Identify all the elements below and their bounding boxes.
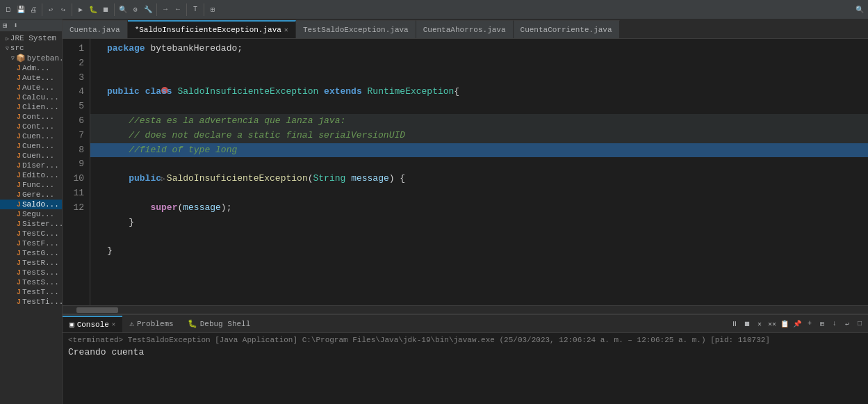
toolbar-icon-save[interactable]: 💾 (15, 4, 26, 15)
sidebar-item-func[interactable]: J Func... (0, 180, 62, 190)
toolbar-icon-perspective[interactable]: ⊞ (207, 4, 218, 15)
console-toolbar-suspend[interactable]: ⏸ (729, 318, 740, 330)
sidebar-item-tests1[interactable]: J TestS... (0, 268, 62, 277)
sidebar-item-label: Cuen... (22, 132, 54, 140)
sidebar-item-calcu[interactable]: J Calcu... (0, 92, 62, 102)
sidebar-item-cont1[interactable]: J Cont... (0, 112, 62, 122)
sidebar-item-cuen2[interactable]: J Cuen... (0, 141, 62, 151)
console-toolbar-newconsole[interactable]: + (804, 318, 815, 330)
tab-close-icon[interactable]: ✕ (284, 26, 288, 34)
tab-label: *SaldoInsuficienteException.java (135, 26, 281, 34)
tab-cuentacorriente[interactable]: CuentaCorriente.java (514, 20, 620, 38)
sidebar-item-clien[interactable]: J Clien... (0, 102, 62, 112)
java-icon: J (17, 289, 21, 296)
code-line-6: //field of type long (90, 143, 868, 158)
console-toolbar-restore[interactable]: □ (854, 318, 865, 330)
kw-super: super (150, 201, 177, 216)
toolbar-sep-5 (186, 3, 187, 16)
parent-class: RuntimeException (368, 85, 455, 99)
sidebar-item-cont2[interactable]: J Cont... (0, 122, 62, 131)
sidebar-item-gere[interactable]: J Gere... (0, 190, 62, 200)
editor-area: Cuenta.java *SaldoInsuficienteException.… (63, 19, 868, 404)
toolbar-icon-search[interactable]: 🔍 (117, 4, 129, 15)
toolbar-icon-build[interactable]: 🔧 (142, 4, 154, 15)
console-toolbar-layout[interactable]: ⊞ (817, 318, 828, 330)
tab-testsaldo[interactable]: TestSaldoException.java (296, 20, 416, 38)
hscroll[interactable] (63, 305, 868, 314)
sidebar-item-sister[interactable]: J Sister... (0, 219, 62, 229)
sidebar-item-testt[interactable]: J TestT... (0, 287, 62, 297)
line-numbers: 1 2 3 4 5 6 7 8 9 10 11 12 (63, 39, 90, 305)
sidebar-item-jre[interactable]: ▷ JRE System (0, 33, 62, 43)
java-icon: J (17, 259, 21, 267)
sidebar-item-saldo[interactable]: J Saldo... (0, 200, 62, 209)
sidebar-item-testg[interactable]: J TestG... (0, 248, 62, 258)
hscroll-thumb[interactable] (76, 307, 118, 313)
sidebar-item-edito[interactable]: J Edito... (0, 170, 62, 180)
console-tab-problems[interactable]: ⚠ Problems (122, 316, 180, 332)
java-icon: J (17, 172, 21, 179)
tab-saldo[interactable]: *SaldoInsuficienteException.java ✕ (128, 20, 296, 38)
sidebar-item-tests2[interactable]: J TestS... (0, 277, 62, 287)
toolbar-icon-print[interactable]: 🖨 (28, 4, 39, 15)
tab-cuenta[interactable]: Cuenta.java (63, 20, 128, 38)
console-toolbar-pin[interactable]: 📌 (792, 318, 803, 330)
sidebar-collapse-icon[interactable]: ⬇ (13, 22, 18, 30)
toolbar-icon-open-type[interactable]: T (190, 4, 201, 15)
console-toolbar-wrap[interactable]: ↩ (842, 318, 853, 330)
sidebar-item-testr[interactable]: J TestR... (0, 258, 62, 268)
code-line-5: // does not declare a static final seria… (90, 129, 868, 143)
toolbar-icon-new[interactable]: 🗋 (3, 4, 14, 15)
console-toolbar-scroll[interactable]: ↓ (829, 318, 840, 330)
toolbar-icon-stop[interactable]: ⏹ (100, 4, 111, 15)
console-toolbar: ⏸ ⏹ ✕ ✕✕ 📋 📌 + ⊞ ↓ ↩ □ (729, 318, 868, 330)
sidebar-item-adm[interactable]: J Adm... (0, 63, 62, 73)
java-icon: J (17, 133, 21, 140)
comment-5: // does not declare a static final seria… (107, 129, 405, 143)
toolbar-icon-redo[interactable]: ↪ (58, 4, 69, 15)
empty (107, 229, 113, 244)
toolbar-icon-undo[interactable]: ↩ (45, 4, 56, 15)
sidebar-item-aute1[interactable]: J Aute... (0, 73, 62, 83)
toolbar-icon-search-right[interactable]: 🔍 (854, 4, 865, 15)
toolbar-icon-run[interactable]: ▶ (75, 4, 86, 15)
sidebar-item-src[interactable]: ▽ src (0, 43, 62, 53)
sidebar-item-label: TestR... (22, 259, 59, 267)
toolbar-icon-next[interactable]: → (160, 4, 171, 15)
method-name: SaldoInsuficienteException (167, 172, 308, 186)
sidebar-item-package[interactable]: ▽ 📦 byteban... (0, 53, 62, 63)
toolbar-icon-ref[interactable]: ⚙ (130, 4, 141, 15)
sidebar-item-testc[interactable]: J TestC... (0, 229, 62, 239)
sidebar-item-cuen3[interactable]: J Cuen... (0, 151, 62, 161)
sidebar-item-label: src (10, 44, 24, 52)
toolbar-sep-3 (114, 3, 115, 16)
console-toolbar-remove[interactable]: ✕ (754, 318, 765, 330)
line-num-4: 4 (65, 85, 84, 99)
sidebar-filter-icon[interactable]: ⊞ (3, 22, 8, 30)
toolbar-icon-prev[interactable]: ← (172, 4, 183, 15)
console-tab-console[interactable]: ▣ Console ✕ (63, 316, 122, 332)
indent: } (107, 216, 134, 230)
sidebar-item-testf[interactable]: J TestF... (0, 239, 62, 248)
java-icon: J (17, 191, 21, 199)
line-num-6: 6 (65, 114, 84, 129)
sidebar-item-testti[interactable]: J TestTi... (0, 297, 62, 307)
toolbar-icon-debug[interactable]: 🐛 (88, 4, 99, 15)
console-tab-close-icon[interactable]: ✕ (112, 321, 115, 328)
console-toolbar-terminate[interactable]: ⏹ (742, 318, 753, 330)
console-tab-debugshell[interactable]: 🐛 Debug Shell (181, 316, 258, 332)
java-icon: J (17, 84, 21, 92)
console-toolbar-removeall[interactable]: ✕✕ (767, 318, 778, 330)
sidebar-tree: ▷ JRE System ▽ src ▽ 📦 byteban... J Adm.… (0, 32, 62, 308)
toolbar-sep-6 (204, 3, 204, 16)
java-icon: J (17, 240, 21, 248)
sidebar-item-aute2[interactable]: J Aute... (0, 83, 62, 92)
sidebar-item-segu[interactable]: J Segu... (0, 209, 62, 219)
code-content[interactable]: package bytebankHeredado; public class (90, 39, 868, 305)
sidebar-item-cuen1[interactable]: J Cuen... (0, 131, 62, 141)
tab-cuentaahorros[interactable]: CuentaAhorros.java (416, 20, 514, 38)
console-content[interactable]: <terminated> TestSaldoException [Java Ap… (63, 333, 868, 404)
console-toolbar-copy[interactable]: 📋 (779, 318, 790, 330)
sidebar-item-diser[interactable]: J Diser... (0, 161, 62, 170)
sidebar-item-label: Gere... (22, 191, 54, 199)
